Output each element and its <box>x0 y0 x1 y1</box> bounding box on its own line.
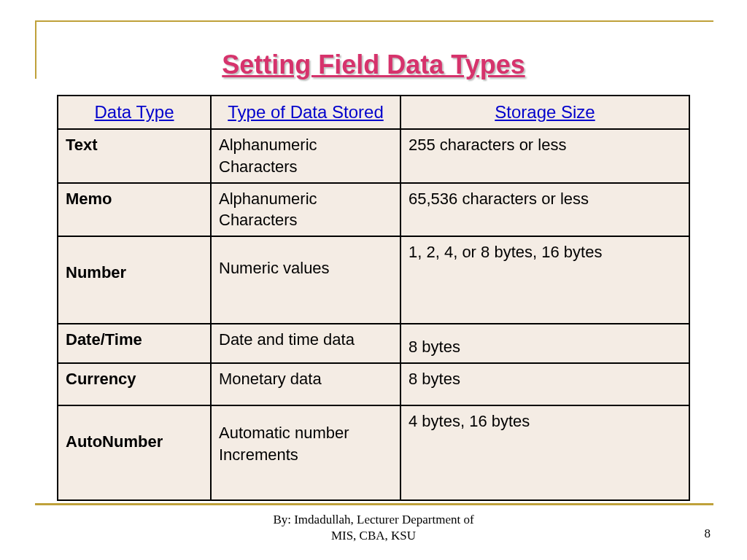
table-row: AutoNumber Automatic number Increments 4… <box>58 405 689 500</box>
cell-type: Memo <box>58 183 211 236</box>
cell-size: 65,536 characters or less <box>400 183 689 236</box>
cell-size: 1, 2, 4, or 8 bytes, 16 bytes <box>400 236 689 324</box>
cell-stored: Numeric values <box>211 236 400 324</box>
field-data-types-table: Data Type Type of Data Stored Storage Si… <box>57 95 690 501</box>
cell-stored: Alphanumeric Characters <box>211 183 400 236</box>
cell-size: 8 bytes <box>400 363 689 405</box>
cell-type: Text <box>58 129 211 182</box>
header-type-stored: Type of Data Stored <box>211 96 400 129</box>
table-row: Memo Alphanumeric Characters 65,536 char… <box>58 183 689 236</box>
cell-type: Currency <box>58 363 211 405</box>
cell-stored: Monetary data <box>211 363 400 405</box>
slide-title: Setting Field Data Types <box>0 50 747 80</box>
cell-size: 4 bytes, 16 bytes <box>400 405 689 500</box>
cell-stored: Alphanumeric Characters <box>211 129 400 182</box>
table-row: Number Numeric values 1, 2, 4, or 8 byte… <box>58 236 689 324</box>
header-data-type: Data Type <box>58 96 211 129</box>
cell-type: Number <box>58 236 211 324</box>
cell-size: 255 characters or less <box>400 129 689 182</box>
footer-credit: By: Imdadullah, Lecturer Department of M… <box>0 512 747 544</box>
table-row: Date/Time Date and time data 8 bytes <box>58 324 689 363</box>
cell-type: Date/Time <box>58 324 211 363</box>
header-storage-size: Storage Size <box>400 96 689 129</box>
table-row: Text Alphanumeric Characters 255 charact… <box>58 129 689 182</box>
cell-stored: Automatic number Increments <box>211 405 400 500</box>
page-number: 8 <box>705 526 711 541</box>
table-header-row: Data Type Type of Data Stored Storage Si… <box>58 96 689 129</box>
table-row: Currency Monetary data 8 bytes <box>58 363 689 405</box>
cell-size: 8 bytes <box>400 324 689 363</box>
decorative-bottom-rule <box>35 503 713 505</box>
cell-type: AutoNumber <box>58 405 211 500</box>
cell-stored: Date and time data <box>211 324 400 363</box>
